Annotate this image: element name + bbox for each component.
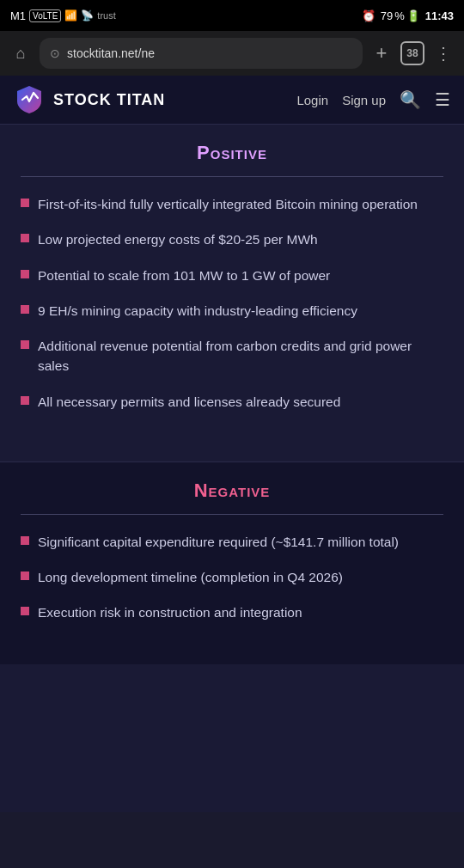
list-item: 9 EH/s mining capacity with industry-lea… [21, 301, 443, 321]
negative-item-1: Significant capital expenditure required… [38, 532, 399, 552]
address-security-icon: ⊙ [50, 46, 60, 60]
new-tab-button[interactable]: + [369, 42, 394, 64]
site-logo[interactable]: STOCK TITAN [14, 84, 165, 115]
list-item: Long development timeline (completion in… [21, 567, 443, 587]
bullet-icon [21, 234, 29, 242]
positive-divider [21, 176, 443, 177]
positive-section-title: Positive [21, 142, 443, 164]
volte-badge: VoLTE [29, 9, 61, 22]
logo-text: STOCK TITAN [53, 91, 165, 109]
status-bar: M1 VoLTE 📶 📡 trust ⏰ 79% 🔋 11:43 [0, 0, 464, 31]
tab-count-badge[interactable]: 38 [400, 41, 424, 65]
negative-item-3: Execution risk in construction and integ… [38, 602, 302, 622]
negative-divider [21, 514, 443, 515]
positive-section: Positive First-of-its-kind fully vertica… [0, 125, 464, 453]
vertical-dots-icon: ⋮ [435, 43, 452, 64]
login-link[interactable]: Login [296, 93, 328, 107]
bullet-icon [21, 572, 29, 580]
positive-item-5: Additional revenue potential from carbon… [38, 336, 443, 376]
site-nav: Login Sign up 🔍 ☰ [296, 89, 450, 110]
battery-indicator: 79% 🔋 [381, 9, 420, 22]
list-item: Low projected energy costs of $20-25 per… [21, 229, 443, 249]
carrier-label: M1 [10, 9, 26, 22]
alarm-icon: ⏰ [362, 9, 375, 22]
negative-section-title: Negative [21, 480, 443, 502]
address-text: stocktitan.net/ne [67, 46, 155, 60]
trust-label: trust [97, 10, 115, 21]
browser-address-bar[interactable]: ⊙ stocktitan.net/ne [40, 38, 363, 69]
home-icon: ⌂ [16, 45, 26, 63]
signal-icon: 📶 [64, 9, 77, 21]
main-content: Positive First-of-its-kind fully vertica… [0, 125, 464, 812]
tab-count-label: 38 [406, 47, 418, 59]
browser-menu-button[interactable]: ⋮ [431, 43, 455, 64]
signup-link[interactable]: Sign up [342, 93, 386, 107]
bullet-icon [21, 199, 29, 207]
bullet-icon [21, 607, 29, 615]
list-item: Additional revenue potential from carbon… [21, 336, 443, 376]
search-icon[interactable]: 🔍 [400, 89, 421, 110]
list-item: All necessary permits and licenses alrea… [21, 392, 443, 412]
bullet-icon [21, 340, 29, 349]
browser-home-button[interactable]: ⌂ [9, 41, 33, 65]
wifi-icon: 📡 [81, 9, 94, 21]
list-item: Potential to scale from 101 MW to 1 GW o… [21, 266, 443, 285]
positive-item-1: First-of-its-kind fully vertically integ… [38, 194, 418, 214]
battery-percent: 79 [381, 9, 393, 22]
bullet-icon [21, 396, 29, 405]
positive-bullet-list: First-of-its-kind fully vertically integ… [21, 194, 443, 412]
bullet-icon [21, 305, 29, 314]
browser-chrome: ⌂ ⊙ stocktitan.net/ne + 38 ⋮ [0, 31, 464, 76]
time-display: 11:43 [425, 9, 454, 22]
positive-item-3: Potential to scale from 101 MW to 1 GW o… [38, 266, 330, 285]
bullet-icon [21, 270, 29, 278]
positive-item-2: Low projected energy costs of $20-25 per… [38, 229, 318, 249]
site-header: STOCK TITAN Login Sign up 🔍 ☰ [0, 76, 464, 125]
bullet-icon [21, 536, 29, 545]
list-item: First-of-its-kind fully vertically integ… [21, 194, 443, 214]
status-left: M1 VoLTE 📶 📡 trust [10, 9, 116, 22]
negative-section: Negative Significant capital expenditure… [0, 462, 464, 664]
list-item: Significant capital expenditure required… [21, 532, 443, 552]
negative-item-2: Long development timeline (completion in… [38, 567, 343, 587]
negative-bullet-list: Significant capital expenditure required… [21, 532, 443, 623]
logo-icon [14, 84, 45, 115]
status-right: ⏰ 79% 🔋 11:43 [362, 9, 454, 22]
hamburger-menu-icon[interactable]: ☰ [435, 89, 450, 110]
positive-item-4: 9 EH/s mining capacity with industry-lea… [38, 301, 357, 321]
list-item: Execution risk in construction and integ… [21, 602, 443, 622]
plus-icon: + [376, 42, 388, 64]
positive-item-6: All necessary permits and licenses alrea… [38, 392, 340, 412]
battery-icon: 🔋 [406, 9, 420, 22]
